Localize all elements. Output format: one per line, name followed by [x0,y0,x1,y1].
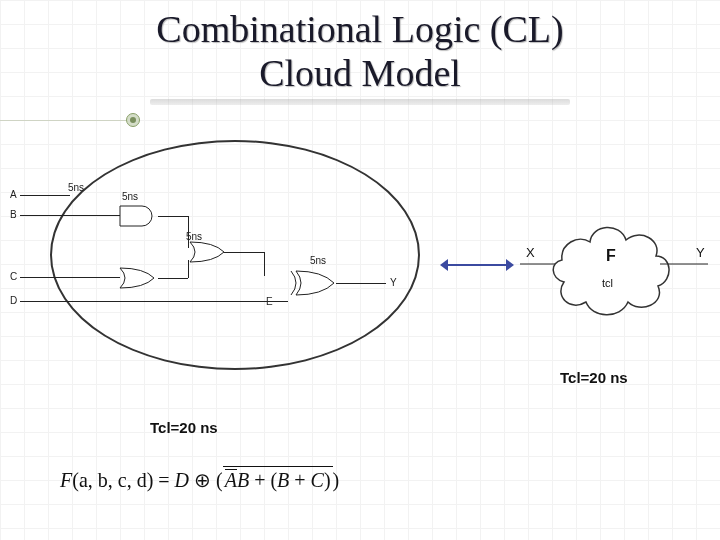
slide-title: Combinational Logic (CL) Cloud Model [0,4,720,107]
formula-B1: B [237,469,249,491]
wire [158,216,188,217]
formula-B2: B [277,469,289,491]
wire [336,283,386,284]
input-c-label: C [10,272,17,282]
formula-args: (a, b, c, d) [72,469,153,491]
formula-D: D [175,469,189,491]
input-a-label: A [10,190,17,200]
wire [158,278,188,279]
equivalence-arrow-icon [440,258,514,272]
circuit-ellipse [50,140,420,370]
bullet-icon [126,113,140,127]
cloud-x-label: X [526,246,535,259]
cloud-icon [520,200,710,340]
or-gate-icon [118,266,162,290]
cloud-y-label: Y [696,246,705,259]
wire [188,301,288,302]
output-y-label: Y [390,278,397,288]
wire [20,301,188,302]
formula-plus: + [249,469,270,491]
title-line2: Cloud Model [259,52,461,94]
formula-xor: ⊕ [189,469,216,491]
wire [20,215,120,216]
delay-g5: 5ns [310,256,326,266]
wire [264,252,265,276]
gate-circuit: A B C D 5ns 5ns 5ns E 5ns Y [10,140,440,380]
xor-gate-icon [288,268,342,298]
tcl-annotation-left: Tcl=20 ns [150,420,218,435]
formula-Abar: A [225,470,237,490]
formula-C: C [311,469,324,491]
formula: F(a, b, c, d) = D ⊕ (AB + (B + C)) [60,470,339,490]
wire [20,277,120,278]
delay-g1: 5ns [68,183,84,193]
formula-outer-bar: AB + (B + C) [223,470,333,490]
formula-F: F [60,469,72,491]
cloud-model: X F tcl Y [520,200,710,340]
formula-eq: = [153,469,174,491]
wire [224,252,264,253]
tcl-annotation-right: Tcl=20 ns [560,370,628,385]
input-d-label: D [10,296,17,306]
formula-plus2: + [289,469,310,491]
delay-g2: 5ns [122,192,138,202]
wire [20,195,70,196]
node-e-label: E [266,297,273,307]
cloud-f-label: F [606,248,616,264]
and-gate-icon [118,204,162,228]
input-b-label: B [10,210,17,220]
title-line1: Combinational Logic (CL) [156,8,563,50]
cloud-tcl-label: tcl [602,278,613,289]
bullet-rule [0,120,130,121]
title-shadow [150,99,570,105]
